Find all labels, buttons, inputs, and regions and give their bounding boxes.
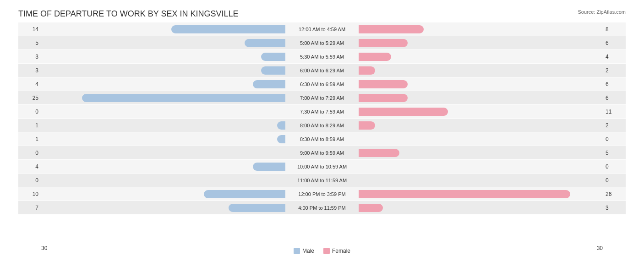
time-label: 7:00 AM to 7:29 AM <box>285 95 359 101</box>
male-bar-container <box>41 135 285 143</box>
time-label: 8:00 AM to 8:29 AM <box>285 123 359 128</box>
bar-row-inner: 12:00 PM to 3:59 PM <box>41 187 603 201</box>
male-bar <box>261 53 285 61</box>
male-bar <box>171 25 285 33</box>
female-bar-container <box>359 94 603 102</box>
male-bar <box>245 39 285 47</box>
right-value: 0 <box>603 136 626 142</box>
male-color-box <box>294 248 300 254</box>
male-bar <box>253 80 285 88</box>
chart-container: TIME OF DEPARTURE TO WORK BY SEX IN KING… <box>0 0 644 272</box>
male-bar-container <box>41 66 285 75</box>
bar-row-inner: 6:00 AM to 6:29 AM <box>41 64 603 77</box>
female-bar-container <box>359 204 603 212</box>
female-bar <box>359 39 408 47</box>
male-bar <box>82 94 285 102</box>
male-bar-container <box>41 53 285 61</box>
left-value: 0 <box>18 177 41 184</box>
bar-row-inner: 6:30 AM to 6:59 AM <box>41 77 603 91</box>
bar-row-inner: 9:00 AM to 9:59 AM <box>41 146 603 159</box>
time-label: 5:30 AM to 5:59 AM <box>285 54 359 60</box>
bar-row-inner: 5:30 AM to 5:59 AM <box>41 50 603 63</box>
female-label: Female <box>332 248 350 254</box>
male-bar-container <box>41 25 285 33</box>
left-value: 4 <box>18 163 41 170</box>
table-row: 14 12:00 AM to 4:59 AM 8 <box>18 22 626 36</box>
table-row: 1 8:00 AM to 8:29 AM 2 <box>18 119 626 132</box>
right-value: 0 <box>603 163 626 170</box>
female-bar-container <box>359 176 603 185</box>
male-bar <box>229 204 285 212</box>
left-value: 10 <box>18 191 41 197</box>
bar-row-inner: 11:00 AM to 11:59 AM <box>41 174 603 187</box>
left-value: 3 <box>18 54 41 60</box>
table-row: 25 7:00 AM to 7:29 AM 6 <box>18 91 626 104</box>
female-bar-container <box>359 53 603 61</box>
male-label: Male <box>302 248 314 254</box>
bar-row-inner: 8:00 AM to 8:29 AM <box>41 119 603 132</box>
left-value: 4 <box>18 81 41 87</box>
left-value: 5 <box>18 40 41 46</box>
male-bar <box>204 190 285 198</box>
female-bar-container <box>359 190 603 198</box>
male-bar-container <box>41 190 285 198</box>
male-bar-container <box>41 204 285 212</box>
time-label: 6:00 AM to 6:29 AM <box>285 68 359 73</box>
bar-row-inner: 4:00 PM to 11:59 PM <box>41 201 603 214</box>
table-row: 4 6:30 AM to 6:59 AM 6 <box>18 77 626 91</box>
right-value: 3 <box>603 205 626 211</box>
female-bar <box>359 25 424 33</box>
right-value: 2 <box>603 122 626 129</box>
table-row: 5 5:00 AM to 5:29 AM 6 <box>18 36 626 49</box>
table-row: 4 10:00 AM to 10:59 AM 0 <box>18 160 626 173</box>
female-bar <box>359 66 375 75</box>
axis-labels: 30 Male Female 30 <box>18 245 626 254</box>
table-row: 3 6:00 AM to 6:29 AM 2 <box>18 64 626 77</box>
female-bar <box>359 149 399 157</box>
left-value: 25 <box>18 95 41 101</box>
male-bar <box>261 66 285 75</box>
right-value: 6 <box>603 81 626 87</box>
male-bar <box>277 121 285 130</box>
female-bar-container <box>359 39 603 47</box>
legend: Male Female <box>294 248 350 254</box>
male-bar-container <box>41 80 285 88</box>
time-label: 7:30 AM to 7:59 AM <box>285 109 359 114</box>
right-value: 2 <box>603 67 626 74</box>
bar-row-inner: 10:00 AM to 10:59 AM <box>41 160 603 173</box>
female-bar <box>359 53 391 61</box>
female-bar <box>359 108 448 116</box>
male-bar-container <box>41 39 285 47</box>
bar-row-inner: 7:00 AM to 7:29 AM <box>41 91 603 104</box>
male-bar-container <box>41 176 285 185</box>
table-row: 10 12:00 PM to 3:59 PM 26 <box>18 187 626 201</box>
table-row: 1 8:30 AM to 8:59 AM 0 <box>18 132 626 146</box>
chart-title: TIME OF DEPARTURE TO WORK BY SEX IN KING… <box>18 9 626 19</box>
female-bar-container <box>359 25 603 33</box>
time-label: 12:00 AM to 4:59 AM <box>285 27 359 32</box>
legend-male: Male <box>294 248 314 254</box>
right-value: 26 <box>603 191 626 197</box>
female-bar <box>359 94 408 102</box>
left-value: 0 <box>18 150 41 156</box>
right-value: 11 <box>603 109 626 115</box>
bar-row-inner: 8:30 AM to 8:59 AM <box>41 132 603 146</box>
bar-row-inner: 5:00 AM to 5:29 AM <box>41 36 603 49</box>
right-value: 8 <box>603 26 626 33</box>
left-value: 3 <box>18 67 41 74</box>
time-label: 8:30 AM to 8:59 AM <box>285 136 359 142</box>
axis-right: 30 <box>597 245 603 254</box>
axis-left: 30 <box>41 245 47 254</box>
right-value: 5 <box>603 150 626 156</box>
female-bar <box>359 121 375 130</box>
female-bar-container <box>359 149 603 157</box>
table-row: 7 4:00 PM to 11:59 PM 3 <box>18 201 626 214</box>
left-value: 1 <box>18 122 41 129</box>
male-bar-container <box>41 94 285 102</box>
female-bar-container <box>359 66 603 75</box>
left-value: 1 <box>18 136 41 142</box>
male-bar <box>277 135 285 143</box>
female-bar-container <box>359 135 603 143</box>
bar-row-inner: 12:00 AM to 4:59 AM <box>41 22 603 36</box>
time-label: 4:00 PM to 11:59 PM <box>285 205 359 211</box>
